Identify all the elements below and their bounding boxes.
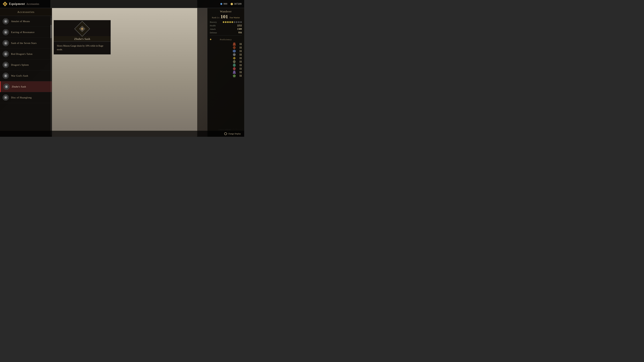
bravery-dot-6 — [234, 21, 235, 23]
prof-value-5: 11 — [237, 57, 242, 60]
list-item[interactable]: Sash of the Seven Stars — [0, 38, 52, 49]
tooltip-diamond-inner — [79, 25, 86, 32]
proficiency-row-8: 11 — [210, 67, 242, 70]
panel-title: Accessories — [17, 10, 34, 13]
prof-value-8: 11 — [237, 67, 242, 70]
defense-label: Defense — [210, 31, 217, 34]
item-name-7: Zhuhe's Sash — [12, 85, 26, 88]
prof-icon-7 — [233, 64, 236, 67]
bravery-dot-1 — [223, 21, 224, 23]
change-display-button[interactable]: Change Display — [224, 132, 241, 135]
bottom-bar: Change Display — [0, 131, 244, 137]
prof-value-2: 11 — [237, 46, 242, 49]
tooltip-diamond-outer — [74, 21, 90, 36]
scrollbar-thumb[interactable] — [50, 25, 52, 38]
item-name-4: Red Dragon's Talon — [11, 53, 32, 55]
tooltip-popup: Zhuhe's Sash Slows Musou Gauge drain by … — [54, 20, 111, 54]
gem-icon — [220, 3, 222, 5]
prof-icon-1 — [233, 42, 236, 45]
item-name-3: Sash of the Seven Stars — [11, 42, 36, 44]
item-icon-1 — [3, 18, 9, 24]
gold-value: 307209 — [234, 2, 242, 5]
list-item[interactable]: Earring of Resonance — [0, 27, 52, 38]
list-item[interactable]: Amulet of Means — [0, 16, 52, 27]
list-item[interactable]: Red Dragon's Talon — [0, 49, 52, 59]
bravery-dot-2 — [225, 21, 226, 23]
prof-icon-6 — [233, 60, 236, 63]
bravery-dot-8 — [238, 21, 240, 23]
header-title: Equipment — [9, 2, 25, 6]
bravery-dot-3 — [227, 21, 229, 23]
item-icon-2 — [3, 29, 9, 35]
item-name-5: Dragon's Spleen — [11, 63, 29, 66]
proficiency-row-2: 11 — [210, 46, 242, 49]
list-item[interactable]: War God's Sash — [0, 70, 52, 81]
bravery-dot-4 — [229, 21, 231, 23]
panel-header: Accessories — [0, 8, 52, 16]
prof-icon-2 — [233, 46, 236, 49]
health-label: Health — [210, 24, 216, 27]
prof-value-1: 11 — [237, 42, 242, 45]
health-row: Health 2252 — [210, 24, 242, 27]
prof-icon-3 — [233, 50, 236, 53]
prof-icon-9 — [233, 71, 236, 74]
proficiency-row-4: 11 — [210, 53, 242, 56]
rank-line: Rank Lv. 101 True Warrior — [210, 14, 242, 19]
tooltip-icon-area — [54, 20, 110, 36]
attack-value: 1389 — [237, 28, 242, 30]
list-item[interactable]: Disc of Huanglong — [0, 92, 52, 103]
proficiency-row-1: 11 — [210, 42, 242, 45]
tooltip-description: Slows Musou Gauge drain by 10% while in … — [54, 42, 110, 54]
bravery-dot-7 — [236, 21, 238, 23]
prof-icon-10 — [233, 74, 236, 77]
item-list: Amulet of Means Earring of Resonance Sas… — [0, 16, 52, 103]
defense-value: 956 — [238, 31, 242, 34]
list-item[interactable]: Dragon's Spleen — [0, 59, 52, 70]
health-value: 2252 — [237, 24, 242, 27]
currency-gems: 999 — [220, 2, 228, 5]
bravery-row: Bravery — [210, 21, 242, 23]
attack-label: Attack — [210, 28, 216, 30]
item-icon-6 — [3, 73, 9, 79]
svg-point-1 — [4, 3, 6, 4]
gem-value: 999 — [224, 2, 228, 5]
header-currency: 999 307209 — [220, 2, 242, 5]
change-display-label: Change Display — [228, 133, 241, 135]
item-name-8: Disc of Huanglong — [11, 96, 32, 99]
item-name-2: Earring of Resonance — [11, 31, 34, 34]
equipment-icon — [3, 2, 8, 6]
proficiency-row-10: 11 — [210, 74, 242, 77]
prof-icon-5 — [233, 57, 236, 60]
prof-value-6: 11 — [237, 60, 242, 63]
prof-value-3: 11 — [237, 50, 242, 53]
prof-value-10: 11 — [237, 74, 242, 77]
scrollbar-track[interactable] — [50, 18, 52, 135]
rank-number: 101 — [220, 14, 228, 19]
proficiency-row-7: 11 — [210, 64, 242, 67]
proficiency-title: Proficiency — [220, 38, 232, 41]
header-subtitle: Accessories — [26, 2, 39, 5]
item-icon-7 — [3, 84, 10, 90]
prof-value-9: 11 — [237, 71, 242, 74]
bravery-dots — [223, 21, 242, 23]
proficiency-row-9: 11 — [210, 71, 242, 74]
proficiency-row-6: 11 — [210, 60, 242, 63]
item-name-1: Amulet of Means — [11, 20, 30, 23]
tooltip-item-title: Zhuhe's Sash — [54, 36, 110, 41]
item-icon-5 — [3, 62, 9, 68]
proficiency-diamond — [210, 38, 212, 40]
left-panel: Accessories Amulet of Means Earring of R… — [0, 8, 52, 137]
gold-icon — [230, 3, 233, 5]
item-icon-4 — [3, 51, 9, 57]
right-panel: Wanderer Rank Lv. 101 True Warrior Brave… — [207, 8, 244, 137]
list-item-selected[interactable]: Zhuhe's Sash — [0, 81, 52, 92]
change-display-icon — [224, 132, 227, 135]
proficiency-row-3: 11 — [210, 50, 242, 53]
prof-value-4: 11 — [237, 53, 242, 56]
rank-title: True Warrior — [230, 16, 240, 19]
proficiency-row-5: 11 — [210, 57, 242, 60]
rank-label: Rank Lv. — [212, 16, 220, 19]
bravery-label: Bravery — [210, 21, 217, 23]
prof-value-7: 11 — [237, 64, 242, 67]
svg-point-4 — [81, 28, 83, 30]
